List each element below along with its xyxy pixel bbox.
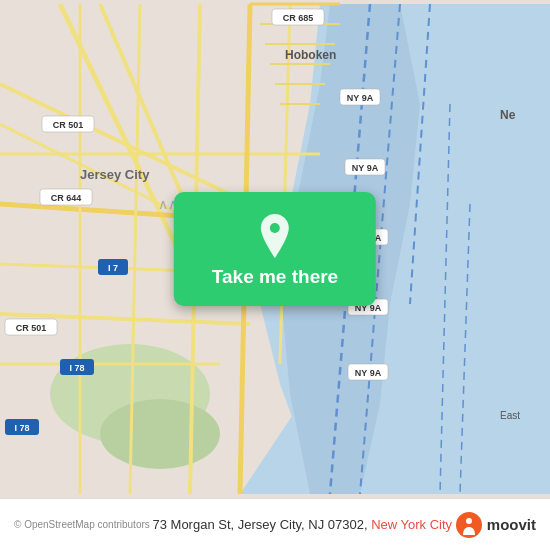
svg-point-60 [270, 223, 280, 233]
svg-text:CR 644: CR 644 [51, 193, 82, 203]
street-address: 73 Morgan St, Jersey City, NJ 07302, [152, 517, 367, 532]
svg-text:CR 501: CR 501 [16, 323, 47, 333]
cta-label: Take me there [212, 266, 338, 288]
moovit-brand-icon [455, 511, 483, 539]
svg-text:I 78: I 78 [69, 363, 84, 373]
address-text: 73 Morgan St, Jersey City, NJ 07302, New… [150, 517, 455, 532]
copyright-text: © OpenStreetMap contributors [14, 519, 150, 530]
cta-button-container: Take me there [174, 192, 376, 306]
svg-point-5 [100, 399, 220, 469]
app-container: CR 685 CR 501 CR 644 I 7 I 78 I 78 CR 50… [0, 0, 550, 550]
svg-text:NY 9A: NY 9A [347, 93, 374, 103]
location-pin-icon [257, 214, 293, 258]
svg-point-62 [466, 518, 472, 524]
take-me-there-button[interactable]: Take me there [174, 192, 376, 306]
bottom-bar: © OpenStreetMap contributors 73 Morgan S… [0, 498, 550, 550]
svg-text:Jersey City: Jersey City [80, 167, 150, 182]
svg-text:I 7: I 7 [108, 263, 118, 273]
svg-text:Ne: Ne [500, 108, 516, 122]
svg-text:NY 9A: NY 9A [352, 163, 379, 173]
svg-text:East: East [500, 410, 520, 421]
moovit-logo: moovit [455, 511, 536, 539]
city-text: New York City [368, 517, 453, 532]
map-area: CR 685 CR 501 CR 644 I 7 I 78 I 78 CR 50… [0, 0, 550, 498]
svg-text:CR 685: CR 685 [283, 13, 314, 23]
svg-text:CR 501: CR 501 [53, 120, 84, 130]
svg-text:I 78: I 78 [14, 423, 29, 433]
svg-text:NY 9A: NY 9A [355, 368, 382, 378]
svg-text:Hoboken: Hoboken [285, 48, 336, 62]
moovit-label: moovit [487, 516, 536, 533]
